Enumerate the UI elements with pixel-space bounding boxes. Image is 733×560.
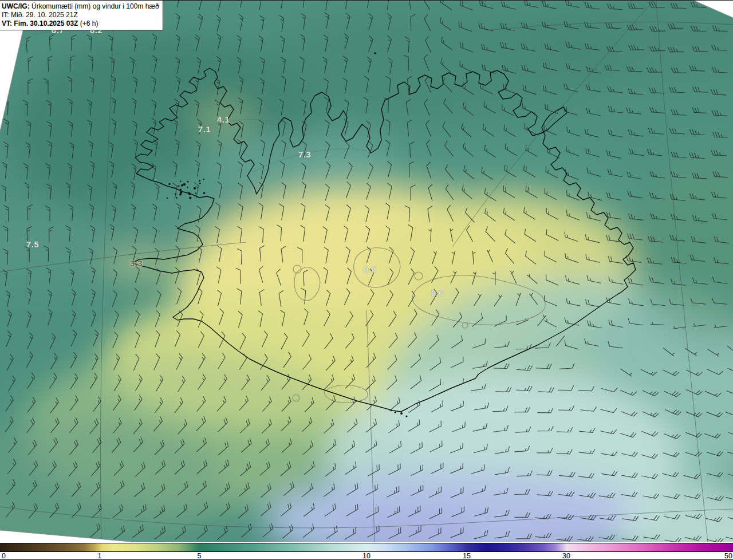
colorbar-tick-10: 10: [362, 552, 371, 560]
contour-label: 7.1: [198, 124, 211, 134]
contour-label: 4.1: [217, 115, 230, 124]
valid-time-label: VT:: [2, 19, 12, 27]
colorbar-gradient: [0, 543, 733, 552]
contour-label: 0.6: [431, 288, 444, 298]
precipitation-wind-map: 4.17.17.37.53.30.90.66.76.2 UWC/IG: Úrko…: [0, 0, 733, 542]
init-time-value: Mið. 29. 10. 2025 21Z: [9, 11, 78, 19]
colorbar-tick-5: 5: [198, 552, 202, 560]
model-info-box: UWC/IG: Úrkomumætti (mm) og vindur i 100…: [0, 1, 163, 30]
contour-label: 3.3: [130, 258, 143, 268]
info-line-title: UWC/IG: Úrkomumætti (mm) og vindur i 100…: [2, 2, 159, 11]
valid-time-offset: (+6 h): [78, 19, 98, 27]
info-line-valid-time: VT: Fim. 30.10.2025 03Z (+6 h): [2, 19, 159, 28]
contour-label: 0.9: [364, 265, 376, 274]
colorbar-tick-30: 30: [562, 552, 570, 560]
contour-label: 7.3: [298, 149, 311, 159]
colorbar-tick-15: 15: [463, 552, 471, 560]
colorbar-tick-labels: 01510153050: [0, 552, 733, 559]
precipitation-colorbar: 01510153050: [0, 542, 733, 560]
valid-time-value: Fim. 30.10.2025 03Z: [12, 19, 78, 27]
info-line-init-time: IT: Mið. 29. 10. 2025 21Z: [2, 11, 159, 19]
colorbar-tick-50: 50: [724, 552, 732, 560]
model-source: UWC/IG:: [2, 2, 30, 10]
map-title: Úrkomumætti (mm) og vindur i 100m hæð: [30, 2, 159, 10]
colorbar-tick-1: 1: [98, 552, 102, 560]
weather-map-screenshot: 4.17.17.37.53.30.90.66.76.2 UWC/IG: Úrko…: [0, 0, 733, 560]
contour-label: 7.5: [26, 239, 39, 249]
init-time-label: IT:: [2, 11, 9, 19]
colorbar-tick-0: 0: [2, 552, 6, 560]
